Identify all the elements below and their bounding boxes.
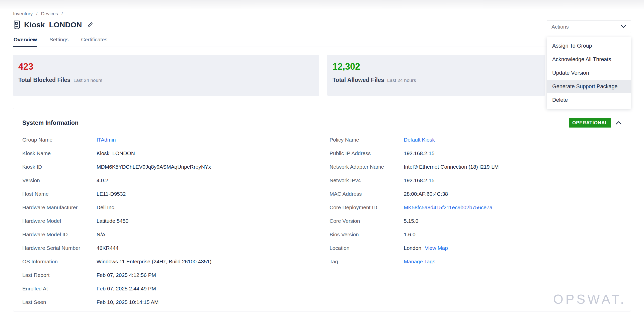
row-hardware-manufacturer: Hardware Manufacturer Dell Inc. — [22, 201, 330, 214]
info-label: Hardware Serial Number — [22, 245, 97, 251]
row-tag: Tag Manage Tags — [330, 255, 622, 268]
info-value: Kiosk_LONDON — [97, 150, 135, 156]
allowed-files-card: 12,302 Total Allowed Files Last 24 hours — [327, 55, 545, 96]
blocked-files-count: 423 — [18, 61, 314, 72]
location-value: London — [404, 245, 421, 251]
chevron-down-icon — [621, 25, 626, 29]
info-label: Last Report — [22, 272, 97, 278]
row-hardware-model: Hardware Model Latitude 5450 — [22, 214, 330, 228]
info-label: Network IPv4 — [330, 177, 404, 183]
menu-item-assign-to-group[interactable]: Assign To Group — [547, 39, 631, 53]
info-value: LE11-D9532 — [97, 191, 126, 197]
info-label: Core Version — [330, 218, 404, 224]
info-value: 192.168.2.15 — [404, 177, 435, 183]
info-value: MDM6K5YDChLEV0Jq8y9ASMAqUnpeRreyNYx — [97, 164, 211, 170]
info-value: Latitude 5450 — [97, 218, 128, 224]
row-last-report: Last Report Feb 07, 2025 4:12:56 PM — [22, 268, 330, 282]
row-core-version: Core Version 5.15.0 — [330, 214, 622, 228]
page-title: Kiosk_LONDON — [24, 21, 82, 29]
chevron-up-icon[interactable] — [616, 121, 622, 125]
blocked-files-card: 423 Total Blocked Files Last 24 hours — [13, 55, 319, 96]
info-value: Dell Inc. — [97, 204, 116, 210]
device-detail-page: Inventory / Devices / Kiosk_LONDON Overv… — [0, 0, 644, 333]
tab-bar: Overview Settings Certificates — [13, 37, 631, 47]
blocked-files-label: Total Blocked Files — [18, 77, 70, 83]
allowed-files-count: 12,302 — [333, 61, 540, 72]
info-value: 46KR444 — [97, 245, 119, 251]
tab-certificates[interactable]: Certificates — [80, 37, 108, 47]
row-public-ip-address: Public IP Address 192.168.2.15 — [330, 147, 622, 160]
group-name-link[interactable]: ITAdmin — [97, 137, 116, 143]
menu-item-delete[interactable]: Delete — [547, 93, 631, 107]
info-value: 192.168.2.15 — [404, 150, 435, 156]
info-column-left: Group Name ITAdmin Kiosk Name Kiosk_LOND… — [22, 133, 330, 309]
breadcrumb-devices[interactable]: Devices — [41, 11, 58, 17]
policy-name-link[interactable]: Default Kiosk — [404, 137, 435, 143]
info-label: MAC Address — [330, 191, 404, 197]
row-hardware-model-id: Hardware Model ID N/A — [22, 228, 330, 241]
manage-tags-link[interactable]: Manage Tags — [404, 259, 435, 265]
tab-settings[interactable]: Settings — [49, 37, 69, 47]
stat-cards: 423 Total Blocked Files Last 24 hours 12… — [13, 55, 631, 96]
info-label: Location — [330, 245, 404, 251]
menu-item-update-version[interactable]: Update Version — [547, 66, 631, 80]
info-value: 4.0.2 — [97, 177, 108, 183]
row-hardware-serial-number: Hardware Serial Number 46KR444 — [22, 241, 330, 255]
core-deployment-id-link[interactable]: MK58fc5a8d415f211ec9b02b756ce7a — [404, 204, 492, 210]
info-label: Policy Name — [330, 137, 404, 143]
allowed-files-period: Last 24 hours — [387, 78, 416, 83]
allowed-files-label: Total Allowed Files — [333, 77, 384, 83]
row-location: Location London View Map — [330, 241, 622, 255]
info-label: Core Deployment ID — [330, 204, 404, 210]
info-value: Windows 11 Enterprise (24Hz, Build 26100… — [97, 259, 211, 265]
system-information-title: System Information — [22, 119, 78, 126]
breadcrumb-separator: / — [61, 11, 63, 17]
info-label: Last Seen — [22, 299, 97, 305]
row-enrolled-at: Enrolled At Feb 07, 2025 2:44:49 PM — [22, 282, 330, 295]
info-column-right: Policy Name Default Kiosk Public IP Addr… — [330, 133, 622, 309]
info-label: Tag — [330, 259, 404, 265]
info-value: N/A — [97, 232, 105, 238]
row-host-name: Host Name LE11-D9532 — [22, 187, 330, 201]
info-value: 5.15.0 — [404, 218, 418, 224]
menu-item-generate-support-package[interactable]: Generate Support Package — [547, 80, 631, 93]
row-mac-address: MAC Address 28:00:AF:60:4C:38 — [330, 187, 622, 201]
row-policy-name: Policy Name Default Kiosk — [330, 133, 622, 147]
blocked-files-period: Last 24 hours — [73, 78, 102, 83]
info-label: Public IP Address — [330, 150, 404, 156]
breadcrumb-separator: / — [36, 11, 37, 17]
row-kiosk-id: Kiosk ID MDM6K5YDChLEV0Jq8y9ASMAqUnpeRre… — [22, 160, 330, 174]
info-label: Hardware Model — [22, 218, 97, 224]
opswat-watermark: OPSWAT. — [553, 292, 626, 307]
info-label: OS Information — [22, 259, 97, 265]
info-label: Version — [22, 177, 97, 183]
row-os-information: OS Information Windows 11 Enterprise (24… — [22, 255, 330, 268]
tab-overview[interactable]: Overview — [13, 37, 37, 47]
actions-dropdown-button[interactable]: Actions — [547, 21, 631, 33]
info-label: Hardware Manufacturer — [22, 204, 97, 210]
row-core-deployment-id: Core Deployment ID MK58fc5a8d415f211ec9b… — [330, 201, 622, 214]
info-label: Bios Version — [330, 232, 404, 238]
view-map-link[interactable]: View Map — [425, 245, 448, 251]
info-value: Feb 07, 2025 2:44:49 PM — [97, 286, 156, 292]
system-information-grid: Group Name ITAdmin Kiosk Name Kiosk_LOND… — [22, 133, 622, 309]
info-label: Kiosk ID — [22, 164, 97, 170]
page-title-row: Kiosk_LONDON — [13, 21, 631, 29]
kiosk-device-icon — [13, 21, 21, 29]
info-value: 28:00:AF:60:4C:38 — [404, 191, 448, 197]
status-badge: OPERATIONAL — [569, 118, 611, 128]
system-information-header: System Information OPERATIONAL — [22, 118, 622, 128]
edit-title-icon[interactable] — [87, 22, 93, 28]
info-value: Feb 10, 2025 10:14:15 AM — [97, 299, 159, 305]
breadcrumb-inventory[interactable]: Inventory — [13, 11, 33, 17]
row-last-seen: Last Seen Feb 10, 2025 10:14:15 AM — [22, 295, 330, 309]
info-label: Group Name — [22, 137, 97, 143]
info-label: Network Adapter Name — [330, 164, 404, 170]
system-information-panel: System Information OPERATIONAL Group Nam… — [13, 108, 631, 311]
info-value: 1.6.0 — [404, 232, 416, 238]
info-value: Intel® Ethernet Connection (18) I219-LM — [404, 164, 499, 170]
row-kiosk-name: Kiosk Name Kiosk_LONDON — [22, 147, 330, 160]
menu-item-acknowledge-all-threats[interactable]: Acknowledge All Threats — [547, 53, 631, 66]
actions-dropdown-label: Actions — [551, 24, 569, 30]
row-group-name: Group Name ITAdmin — [22, 133, 330, 147]
